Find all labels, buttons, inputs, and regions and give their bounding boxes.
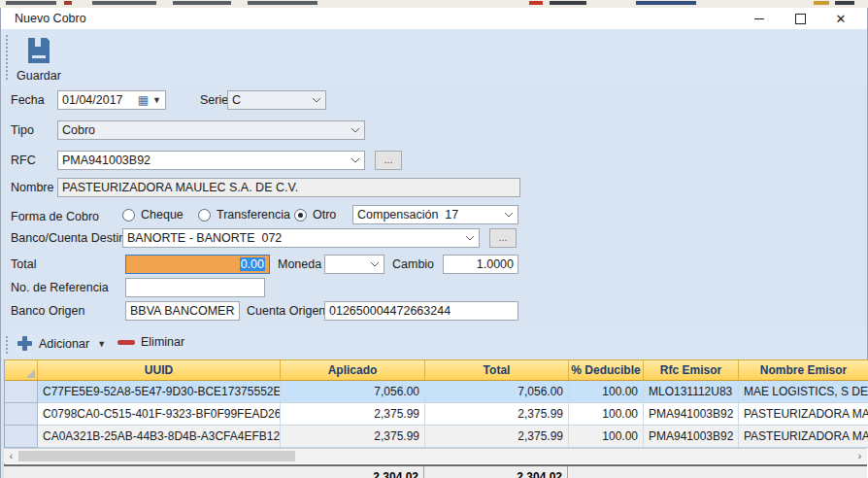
nombre-input[interactable]: PASTEURIZADORA MAULEC S.A. DE C.V. [57, 178, 520, 197]
cell-rfc-emisor[interactable]: PMA941003B92 [644, 426, 739, 448]
row-selector[interactable] [5, 426, 38, 448]
delete-label: Eliminar [141, 335, 184, 349]
row-selector[interactable] [5, 403, 38, 426]
cell-aplicado[interactable]: 2,375.99 [281, 403, 425, 426]
nombre-label: Nombre [11, 181, 53, 194]
cell-deducible[interactable]: 100.00 [569, 381, 644, 403]
rfc-value: PMA941003B92 [62, 154, 150, 167]
minimize-button[interactable] [739, 8, 780, 29]
fecha-dropdown-icon[interactable]: ▼ [152, 95, 161, 105]
banco-destino-select[interactable]: BANORTE - BANORTE 072 [122, 228, 480, 248]
chevron-down-icon [370, 261, 380, 267]
chevron-down-icon [504, 212, 514, 218]
metodo-value: Compensación 17 [357, 208, 458, 222]
cell-uuid[interactable]: C77FE5E9-52A8-5E47-9D30-BCE17375552E [38, 381, 281, 403]
table-row[interactable]: C0798CA0-C515-401F-9323-BF0F99FEAD26 2,3… [5, 403, 868, 426]
close-icon: ✕ [836, 12, 847, 26]
cell-aplicado[interactable]: 7,056.00 [281, 381, 425, 403]
cuenta-origen-value: 012650004472663244 [329, 304, 451, 318]
column-header-nombre-emisor[interactable]: Nombre Emisor [739, 360, 868, 380]
cell-total[interactable]: 2,375.99 [425, 403, 569, 426]
serie-label: Serie [200, 93, 228, 107]
cambio-label: Cambio [392, 257, 434, 271]
forma-de-cobro-label: Forma de Cobro [11, 210, 99, 223]
cambio-input[interactable]: 1.0000 [443, 255, 518, 274]
maximize-button[interactable] [780, 8, 820, 29]
browse-label: ... [384, 154, 392, 165]
cell-total[interactable]: 2,375.99 [425, 426, 569, 448]
total-input[interactable]: 0.00 [125, 255, 270, 274]
toolbar-grip [6, 35, 8, 80]
banco-origen-select[interactable]: BBVA BANCOMER 012 [125, 301, 240, 321]
column-header-uuid[interactable]: UUID [38, 360, 281, 380]
close-button[interactable]: ✕ [820, 8, 861, 29]
minimize-icon [754, 18, 764, 19]
column-header-total[interactable]: Total [425, 360, 569, 380]
browse-label: ... [498, 231, 507, 243]
radio-otro[interactable]: Otro [294, 208, 336, 222]
tipo-select[interactable]: Cobro [57, 120, 365, 140]
footer-spacer [568, 466, 867, 478]
cell-rfc-emisor[interactable]: PMA941003B92 [644, 403, 739, 426]
radio-otro-label: Otro [313, 208, 336, 222]
nuevo-cobro-window: Nuevo Cobro ✕ Guardar Fecha 01/04/2017 [0, 8, 868, 478]
cell-nombre-emisor[interactable]: PASTEURIZADORA MAULE [739, 403, 868, 426]
serie-select[interactable]: C [227, 90, 326, 110]
radio-cheque[interactable]: Cheque [122, 208, 184, 222]
cuenta-origen-label: Cuenta Origen [247, 304, 325, 318]
footer-aplicado-total: 2,304.02 [280, 466, 424, 478]
rfc-select[interactable]: PMA941003B92 [57, 151, 365, 170]
table-row[interactable]: CA0A321B-25AB-44B3-8D4B-A3CFA4EFB127 2,3… [5, 426, 868, 448]
metodo-select[interactable]: Compensación 17 [352, 205, 518, 224]
cell-deducible[interactable]: 100.00 [569, 426, 644, 448]
minus-icon [117, 340, 135, 345]
banco-destino-browse-button[interactable]: ... [489, 228, 517, 248]
save-icon [23, 35, 54, 66]
scroll-left-icon[interactable]: ‹ [4, 451, 18, 461]
rfc-label: RFC [11, 154, 36, 167]
cell-rfc-emisor[interactable]: MLO131112U83 [644, 381, 739, 403]
referencia-label: No. de Referencia [11, 281, 109, 294]
banco-destino-label: Banco/Cuenta Destino [11, 231, 132, 245]
column-header-deducible[interactable]: % Deducible [569, 360, 644, 380]
banco-destino-value: BANORTE - BANORTE 072 [127, 231, 282, 245]
referencia-input[interactable] [125, 278, 265, 297]
nombre-value: PASTEURIZADORA MAULEC S.A. DE C.V. [62, 181, 298, 194]
cell-nombre-emisor[interactable]: MAE LOGISTICS, S DE RL [739, 381, 868, 403]
scrollbar-thumb[interactable] [18, 451, 295, 461]
cell-total[interactable]: 7,056.00 [425, 381, 569, 403]
cuenta-origen-input[interactable]: 012650004472663244 [324, 301, 518, 321]
add-button[interactable]: Adicionar ▼ [17, 335, 106, 352]
footer-total-total: 2,304.02 [424, 466, 568, 478]
chevron-down-icon[interactable]: ▼ [97, 339, 106, 349]
cell-aplicado[interactable]: 2,375.99 [281, 426, 425, 448]
cambio-value: 1.0000 [477, 257, 514, 271]
add-label: Adicionar [39, 337, 89, 351]
radio-cheque-label: Cheque [141, 208, 184, 222]
save-button[interactable]: Guardar [11, 33, 67, 84]
table-row[interactable]: C77FE5E9-52A8-5E47-9D30-BCE17375552E 7,0… [5, 381, 868, 403]
cell-deducible[interactable]: 100.00 [569, 403, 644, 426]
radio-transferencia[interactable]: Transferencia [198, 208, 290, 222]
cell-uuid[interactable]: CA0A321B-25AB-44B3-8D4B-A3CFA4EFB127 [38, 426, 281, 448]
select-all-corner[interactable] [5, 360, 38, 380]
row-selector[interactable] [5, 381, 38, 403]
maximize-icon [795, 14, 806, 24]
moneda-label: Moneda [278, 257, 321, 271]
rfc-browse-button[interactable]: ... [375, 151, 402, 170]
cell-nombre-emisor[interactable]: PASTEURIZADORA MAULE [739, 426, 868, 448]
fecha-input[interactable]: 01/04/2017 ▦ ▼ [57, 90, 166, 110]
tipo-label: Tipo [11, 123, 34, 137]
scroll-right-icon[interactable]: › [852, 451, 867, 461]
column-header-rfc-emisor[interactable]: Rfc Emisor [644, 360, 739, 380]
horizontal-scrollbar[interactable]: ‹ › [4, 448, 867, 463]
grid-header: UUID Aplicado Total % Deducible Rfc Emis… [5, 359, 868, 381]
radio-checked-icon [294, 209, 307, 222]
column-header-aplicado[interactable]: Aplicado [281, 360, 425, 380]
main-toolbar: Guardar [1, 29, 867, 85]
moneda-select[interactable] [324, 255, 384, 274]
banco-origen-label: Banco Origen [11, 304, 84, 318]
toolbar-grip [6, 336, 8, 354]
delete-button[interactable]: Eliminar [117, 335, 184, 349]
cell-uuid[interactable]: C0798CA0-C515-401F-9323-BF0F99FEAD26 [38, 403, 281, 426]
